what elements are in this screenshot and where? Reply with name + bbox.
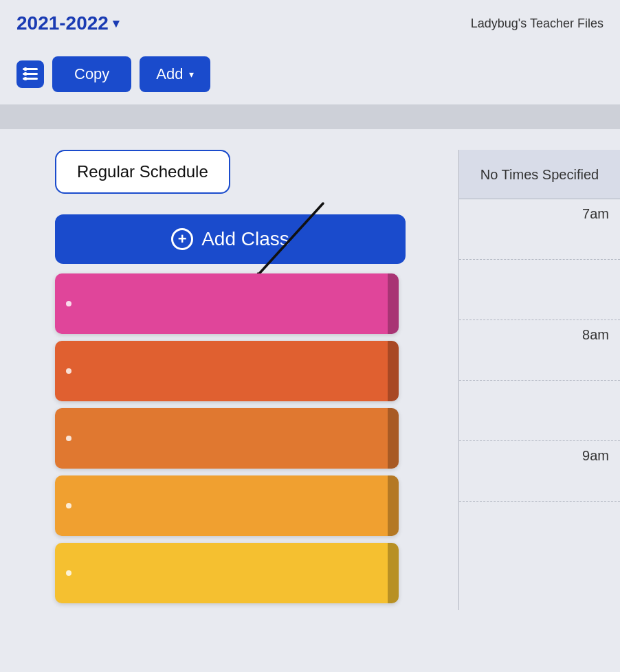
time-label: 8am	[582, 327, 609, 343]
main-content: Regular Schedule + Add Class	[0, 129, 620, 610]
class-row[interactable]	[55, 543, 399, 603]
list-icon	[16, 60, 44, 88]
header: 2021-2022 ▾ Ladybug's Teacher Files	[0, 0, 620, 44]
regular-schedule-button[interactable]: Regular Schedule	[55, 150, 230, 194]
drag-handle[interactable]	[388, 273, 399, 334]
drag-handle[interactable]	[388, 341, 399, 401]
svg-point-4	[24, 72, 27, 76]
schedule-area: Regular Schedule + Add Class	[0, 150, 458, 610]
time-slot-empty1	[459, 260, 620, 320]
time-slot-empty2	[459, 381, 620, 441]
time-slot-9am: 9am	[459, 441, 620, 502]
drag-handle[interactable]	[388, 543, 399, 603]
year-chevron-icon: ▾	[113, 16, 119, 31]
svg-point-3	[24, 67, 27, 71]
plus-circle-icon: +	[171, 228, 193, 250]
drag-handle[interactable]	[388, 408, 399, 469]
year-label: 2021-2022	[16, 12, 109, 34]
copy-button[interactable]: Copy	[52, 56, 131, 92]
toolbar: Copy Add ▾	[0, 44, 620, 104]
year-selector[interactable]: 2021-2022 ▾	[16, 12, 119, 34]
time-label: 9am	[582, 448, 609, 464]
times-column: No Times Specified 7am 8am 9am	[458, 150, 620, 610]
drag-handle[interactable]	[388, 475, 399, 536]
divider-bar	[0, 104, 620, 129]
class-dot	[66, 368, 71, 374]
add-class-button[interactable]: + Add Class	[55, 214, 406, 264]
list-icon-button[interactable]	[16, 60, 44, 88]
time-slot-8am: 8am	[459, 320, 620, 381]
class-row[interactable]	[55, 341, 399, 401]
class-dot	[66, 301, 71, 306]
class-list	[55, 273, 458, 603]
class-row[interactable]	[55, 273, 399, 334]
add-button[interactable]: Add ▾	[140, 56, 210, 92]
class-dot	[66, 436, 71, 441]
class-row[interactable]	[55, 475, 399, 536]
add-dropdown-icon: ▾	[189, 69, 194, 80]
class-dot	[66, 570, 71, 576]
time-slot-7am: 7am	[459, 199, 620, 260]
svg-point-5	[24, 77, 27, 80]
time-label: 7am	[582, 206, 609, 222]
class-row[interactable]	[55, 408, 399, 469]
no-times-header: No Times Specified	[459, 150, 620, 199]
class-dot	[66, 503, 71, 508]
teacher-name: Ladybug's Teacher Files	[471, 16, 604, 31]
